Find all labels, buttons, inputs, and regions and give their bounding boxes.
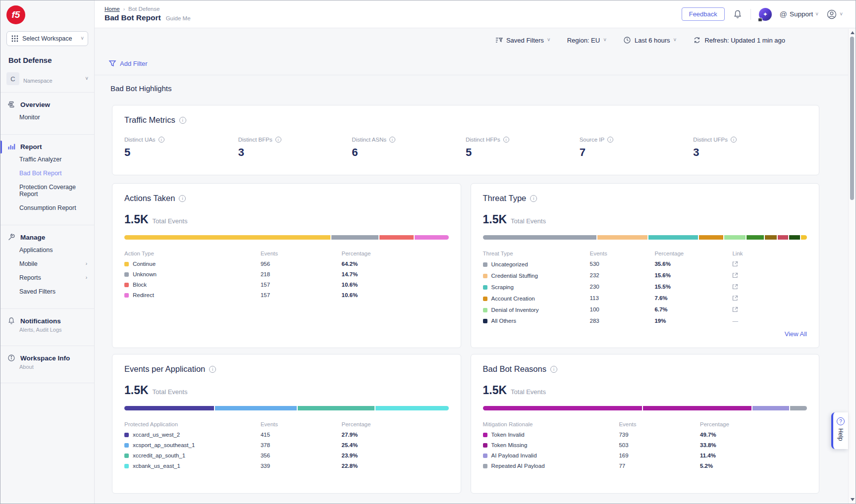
page-body: Traffic Metrics i Distinct UAsi 5 Distin… <box>95 101 856 504</box>
add-filter-button[interactable]: Add Filter <box>108 59 148 67</box>
wrench-icon <box>7 233 15 241</box>
guide-me-link[interactable]: Guide Me <box>166 15 191 21</box>
metric-label: Distinct ASNs <box>352 137 386 143</box>
sidebar-item-mobile[interactable]: Mobile› <box>0 257 94 271</box>
bar-segment <box>124 406 214 410</box>
scrollbar-thumb[interactable] <box>850 37 854 200</box>
info-icon[interactable]: i <box>530 195 537 202</box>
column-header: Threat Type <box>483 251 590 256</box>
column-header: Mitigation Rationale <box>483 421 619 427</box>
metric-value: 6 <box>352 146 466 159</box>
sidebar-item-reports[interactable]: Reports› <box>0 271 94 285</box>
sidebar-item-overview[interactable]: Overview <box>0 96 94 110</box>
card-title: Bad Bot Reasons <box>483 364 546 374</box>
section-title: Bad Bot Highlights <box>95 75 856 101</box>
support-menu[interactable]: @ Support ˅ <box>780 10 818 18</box>
total-events-label: Total Events <box>153 388 188 396</box>
ai-assistant-icon[interactable]: ✦ <box>759 8 772 21</box>
time-range-dropdown[interactable]: Last 6 hours ˅ <box>623 36 676 44</box>
row-percentage: 33.8% <box>700 442 807 448</box>
sidebar-item-workspace-info[interactable]: Workspace Info <box>0 349 94 364</box>
external-link-icon[interactable] <box>732 284 738 290</box>
external-link-icon[interactable] <box>732 272 738 278</box>
external-link-icon[interactable] <box>732 306 738 312</box>
sidebar-item-bad-bot-report[interactable]: Bad Bot Report <box>0 166 94 180</box>
bar-segment <box>765 235 777 240</box>
info-icon[interactable]: i <box>550 366 557 373</box>
metric-distinct-ufps: Distinct UFPsi 3 <box>693 137 807 159</box>
sidebar-item-consumption-report[interactable]: Consumption Report <box>0 201 94 215</box>
metric-label: Distinct HFPs <box>466 137 500 143</box>
feedback-button[interactable]: Feedback <box>682 7 725 21</box>
sidebar-item-applications[interactable]: Applications <box>0 243 94 257</box>
row-percentage: 7.6% <box>654 295 732 302</box>
sidebar-item-label: Saved Filters <box>19 288 87 295</box>
breadcrumb-home-link[interactable]: Home <box>105 6 120 12</box>
bar-segment <box>375 406 449 410</box>
sidebar-item-label: Workspace Info <box>20 354 70 362</box>
filter-bar: Saved Filters ˅ Region: EU ˅ Last 6 hour… <box>95 28 856 52</box>
funnel-icon <box>108 59 116 67</box>
region-dropdown[interactable]: Region: EU ˅ <box>567 37 606 44</box>
metric-value: 5 <box>466 146 580 159</box>
notification-bell-icon[interactable] <box>733 9 743 19</box>
scrollbar[interactable] <box>848 29 856 504</box>
row-percentage: 23.9% <box>342 453 449 458</box>
bar-segment <box>331 235 378 240</box>
chevron-down-icon: ˅ <box>603 38 606 43</box>
legend-swatch <box>124 283 129 287</box>
row-label: Account Creation <box>491 296 535 302</box>
row-percentage: 10.6% <box>342 282 449 288</box>
refresh-button[interactable]: Refresh: Updated 1 min ago <box>693 36 785 44</box>
external-link-icon[interactable] <box>732 295 738 301</box>
external-link-icon[interactable] <box>732 261 738 267</box>
info-icon[interactable]: i <box>179 117 186 124</box>
workspace-selector[interactable]: Select Workspace ˅ <box>6 31 88 46</box>
namespace-selector[interactable]: C Namespace ˅ <box>6 72 88 85</box>
sidebar-item-protection-coverage-report[interactable]: Protection Coverage Report <box>0 180 94 201</box>
sidebar-item-monitor[interactable]: Monitor <box>0 110 94 124</box>
info-icon[interactable]: i <box>607 137 613 143</box>
saved-filters-dropdown[interactable]: Saved Filters ˅ <box>495 36 550 44</box>
sidebar-item-manage[interactable]: Manage <box>0 228 94 243</box>
row-percentage: 19% <box>654 318 732 324</box>
legend-swatch <box>483 297 487 301</box>
scroll-up-icon[interactable] <box>851 31 855 34</box>
breadcrumb-current: Bot Defense <box>128 6 160 12</box>
row-label: Denial of Inventory <box>491 307 539 313</box>
row-events: 100 <box>589 306 654 313</box>
legend-swatch <box>483 464 487 468</box>
row-label: Token Missing <box>491 442 528 448</box>
help-tab[interactable]: ? Help <box>831 412 848 449</box>
legend-swatch <box>483 443 487 448</box>
help-tab-label: Help <box>837 428 844 441</box>
sidebar-item-sublabel: About <box>0 364 94 373</box>
bar-segment <box>778 235 788 240</box>
sidebar-item-notifications[interactable]: Notifications <box>0 312 94 327</box>
info-icon[interactable]: i <box>159 137 164 143</box>
chevron-down-icon: ˅ <box>840 12 843 17</box>
account-menu[interactable]: ˅ <box>826 9 843 20</box>
view-all-link[interactable]: View All <box>785 330 807 338</box>
sidebar-item-label: Bad Bot Report <box>19 170 87 177</box>
info-icon[interactable]: i <box>731 137 737 143</box>
row-label: Redirect <box>133 292 154 298</box>
sidebar-item-sublabel: Alerts, Audit Logs <box>0 327 94 336</box>
support-icon: @ <box>780 10 787 18</box>
bell-icon <box>7 317 15 325</box>
sidebar-item-saved-filters[interactable]: Saved Filters <box>0 285 94 299</box>
info-icon[interactable]: i <box>389 137 395 143</box>
sidebar-item-report[interactable]: Report <box>0 138 94 152</box>
row-label: xccredit_ap_south_1 <box>133 453 185 458</box>
bar-segment <box>483 235 597 240</box>
info-icon[interactable]: i <box>179 195 186 202</box>
scroll-down-icon[interactable] <box>851 498 855 501</box>
row-events: 956 <box>261 261 342 267</box>
top-bar: Home › Bot Defense Bad Bot Report Guide … <box>95 0 856 28</box>
info-icon[interactable]: i <box>275 137 281 143</box>
info-icon[interactable]: i <box>503 137 509 143</box>
sidebar-item-label: Consumption Report <box>19 204 87 211</box>
sidebar-item-traffic-analyzer[interactable]: Traffic Analyzer <box>0 152 94 166</box>
row-percentage: 15.6% <box>654 272 732 279</box>
info-icon[interactable]: i <box>209 366 216 373</box>
